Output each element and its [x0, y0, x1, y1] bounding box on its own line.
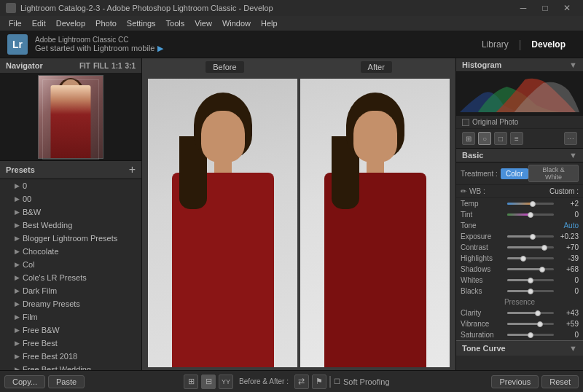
sync-icon[interactable]: ⇄ [294, 375, 309, 389]
after-photo-frame[interactable] [300, 79, 450, 367]
flag-icon[interactable]: ⚑ [312, 375, 326, 389]
tone-label: Tone [461, 222, 563, 230]
tone-icon-circle[interactable]: ○ [478, 132, 491, 145]
clarity-slider[interactable] [507, 312, 554, 314]
vibrance-slider[interactable] [507, 323, 554, 325]
navigator-zoom-controls: FIT FILL 1:1 3:1 [79, 62, 136, 70]
shadows-label: Shadows [461, 265, 504, 273]
whites-slider-row: Whites 0 [456, 275, 583, 286]
before-photo-frame[interactable] [148, 79, 297, 367]
list-item[interactable]: ▶Free Best Wedding [0, 363, 141, 370]
tone-curve-section[interactable]: Tone Curve ▼ [456, 340, 583, 356]
contrast-slider[interactable] [507, 246, 554, 248]
nav-1-1[interactable]: 1:1 [111, 62, 122, 70]
blacks-slider[interactable] [507, 290, 554, 292]
menu-help[interactable]: Help [257, 16, 282, 31]
blacks-value: 0 [557, 287, 579, 295]
presets-add-button[interactable]: + [129, 164, 136, 176]
list-item[interactable]: ▶Free B&W [0, 324, 141, 337]
histogram-svg [456, 72, 583, 116]
wb-row: ✏ WB : Custom : [456, 185, 583, 198]
highlights-slider[interactable] [507, 257, 554, 259]
view-icon-compare[interactable]: ⊟ [201, 375, 216, 389]
wb-value[interactable]: Custom : [549, 187, 579, 195]
menu-file[interactable]: File [4, 16, 26, 31]
list-item[interactable]: ▶Dreamy Presets [0, 297, 141, 310]
menu-develop[interactable]: Develop [52, 16, 90, 31]
temp-label: Temp [461, 200, 504, 208]
list-item[interactable]: ▶Col [0, 258, 141, 271]
develop-module-btn[interactable]: Develop [521, 36, 576, 52]
navigator-panel: Navigator FIT FILL 1:1 3:1 [0, 58, 141, 161]
tone-icon-slider[interactable]: ⋯ [564, 132, 577, 145]
list-item[interactable]: ▶Film [0, 310, 141, 324]
view-icon-yy[interactable]: YY [219, 375, 233, 389]
blacks-slider-row: Blacks 0 [456, 286, 583, 297]
reset-button[interactable]: Reset [541, 375, 579, 388]
list-item[interactable]: ▶Free Best 2018 [0, 350, 141, 363]
navigator-thumbnail[interactable] [0, 73, 141, 160]
nav-fit[interactable]: FIT [79, 62, 90, 70]
vibrance-label: Vibrance [461, 320, 504, 328]
close-button[interactable]: ✕ [557, 0, 577, 16]
menu-tools[interactable]: Tools [162, 16, 189, 31]
list-item[interactable]: ▶Cole's LR Presets [0, 271, 141, 284]
list-item[interactable]: ▶0 [0, 179, 141, 192]
menu-window[interactable]: Window [218, 16, 255, 31]
brand-name: Adobe Lightroom Classic CC [35, 36, 163, 44]
list-item[interactable]: ▶Best Wedding [0, 219, 141, 232]
exposure-label: Exposure [461, 232, 504, 240]
whites-slider[interactable] [507, 279, 554, 281]
window-title: Lightroom Catalog-2-3 - Adobe Photoshop … [20, 4, 273, 12]
whites-label: Whites [461, 276, 504, 284]
eyedropper-icon[interactable]: ✏ [461, 187, 466, 195]
navigator-overlay [42, 79, 99, 160]
list-item[interactable]: ▶00 [0, 192, 141, 205]
vibrance-slider-row: Vibrance +59 [456, 318, 583, 329]
list-item[interactable]: ▶Free Best [0, 337, 141, 350]
histogram-panel: Histogram ▼ Original Photo [456, 58, 583, 149]
menu-photo[interactable]: Photo [91, 16, 121, 31]
library-module-btn[interactable]: Library [472, 36, 519, 52]
tint-slider-track[interactable] [507, 213, 554, 216]
menu-bar: File Edit Develop Photo Settings Tools V… [0, 16, 583, 31]
nav-3-1[interactable]: 3:1 [125, 62, 136, 70]
tone-icon-params[interactable]: ≡ [510, 132, 523, 145]
maximize-button[interactable]: □ [535, 0, 555, 16]
shadows-value: +68 [557, 265, 579, 273]
temp-slider-track[interactable] [507, 203, 554, 205]
menu-edit[interactable]: Edit [28, 16, 50, 31]
tone-icon-grid[interactable]: ⊞ [462, 132, 475, 145]
color-treatment-btn[interactable]: Color [501, 168, 528, 179]
saturation-slider[interactable] [507, 334, 554, 336]
clarity-label: Clarity [461, 309, 504, 317]
tint-label: Tint [461, 211, 504, 219]
soft-proofing-label: Soft Proofing [343, 377, 390, 386]
menu-settings[interactable]: Settings [122, 16, 160, 31]
histogram-header: Histogram ▼ [456, 58, 583, 72]
brand-cta[interactable]: Get started with Lightroom mobile ▶ [35, 44, 163, 53]
auto-tone-btn[interactable]: Auto [563, 222, 579, 230]
list-item[interactable]: ▶Dark Film [0, 284, 141, 297]
presets-label: Presets [6, 165, 35, 174]
list-item[interactable]: ▶B&W [0, 205, 141, 219]
shadows-slider[interactable] [507, 268, 554, 270]
soft-proofing-checkbox[interactable]: ☐ [334, 377, 340, 385]
minimize-button[interactable]: ─ [513, 0, 533, 16]
menu-view[interactable]: View [190, 16, 216, 31]
clarity-slider-row: Clarity +43 [456, 307, 583, 318]
previous-button[interactable]: Previous [491, 375, 539, 388]
tone-icon-rect[interactable]: □ [494, 132, 507, 145]
exposure-slider[interactable] [507, 235, 554, 238]
list-item[interactable]: ▶Blogger Lightroom Presets [0, 232, 141, 245]
paste-button[interactable]: Paste [48, 375, 85, 388]
bw-treatment-btn[interactable]: Black & White [528, 165, 579, 182]
copy-button[interactable]: Copy... [4, 375, 45, 388]
original-photo-checkbox[interactable] [462, 119, 469, 126]
window-controls: ─ □ ✕ [513, 0, 577, 16]
view-icon-grid[interactable]: ⊞ [184, 375, 198, 389]
highlights-value: -39 [557, 254, 579, 262]
nav-fill[interactable]: FILL [93, 62, 109, 70]
ba-label: Before & After : [239, 377, 289, 385]
list-item[interactable]: ▶Chocolate [0, 245, 141, 258]
